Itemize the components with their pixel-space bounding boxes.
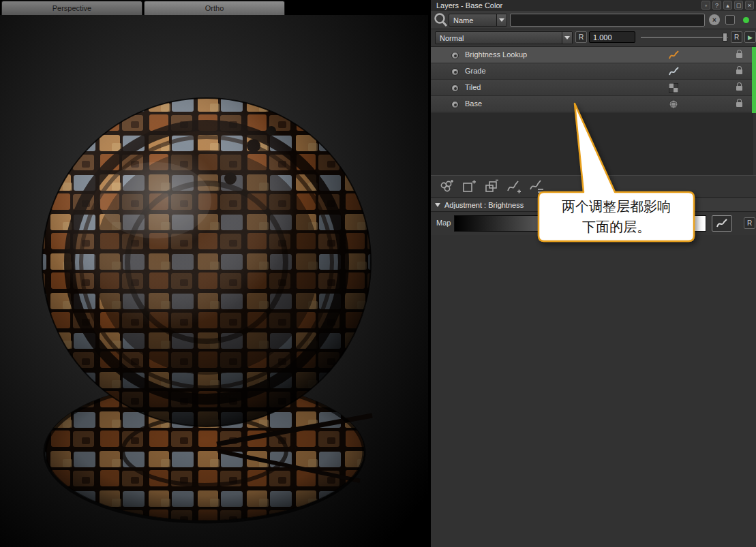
tab-perspective[interactable]: Perspective bbox=[1, 1, 142, 15]
chevron-down-icon bbox=[562, 32, 572, 44]
checker-thumbnail-icon bbox=[668, 82, 679, 93]
search-icon bbox=[433, 12, 449, 28]
add-layer-icon[interactable] bbox=[460, 178, 478, 196]
filter-field-label: Name bbox=[449, 16, 496, 25]
layer-name: Tiled bbox=[465, 83, 481, 91]
adjustment-section-header[interactable]: Adjustment : Brightness bbox=[431, 198, 756, 212]
apply-button[interactable]: ▶ bbox=[744, 31, 756, 43]
panel-empty-area bbox=[431, 235, 756, 547]
visibility-eye-icon[interactable] bbox=[451, 68, 459, 76]
visibility-eye-icon[interactable] bbox=[451, 101, 459, 108]
layer-name: Base bbox=[465, 99, 482, 108]
blend-amount-slider[interactable] bbox=[641, 31, 728, 43]
panel-titlebar: Layers - Base Color ▫ ? ▴ ◻ × bbox=[431, 0, 756, 11]
blend-mode-combo[interactable]: Normal bbox=[435, 31, 573, 44]
sphere-thumbnail-icon bbox=[668, 99, 679, 110]
curve-adjustment-icon bbox=[668, 66, 679, 77]
map-gradient-bar[interactable] bbox=[454, 215, 706, 232]
layer-row-grade[interactable]: Grade bbox=[431, 63, 756, 80]
add-filter-layer-icon[interactable] bbox=[528, 178, 545, 196]
lock-icon[interactable] bbox=[736, 53, 742, 58]
blend-amount-field[interactable]: 1.000 bbox=[589, 31, 635, 43]
shader-ball bbox=[42, 98, 371, 426]
lock-icon[interactable] bbox=[736, 102, 742, 107]
viewport-tabbar: Perspective Ortho bbox=[0, 0, 428, 15]
selected-layers-indicator bbox=[752, 47, 756, 113]
adjustment-title: Adjustment : Brightness bbox=[444, 201, 524, 209]
search-row: Name × bbox=[431, 11, 756, 29]
layers-toolbar bbox=[431, 175, 756, 198]
layer-list: Brightness Lookup Grade Tiled bbox=[431, 47, 756, 112]
pin-icon[interactable]: ▫ bbox=[701, 1, 710, 10]
lock-icon[interactable] bbox=[736, 69, 742, 74]
reset-amount-button[interactable]: R bbox=[731, 31, 742, 43]
slider-groove bbox=[641, 37, 728, 38]
chevron-down-icon bbox=[496, 14, 506, 26]
close-icon[interactable]: × bbox=[745, 1, 754, 10]
panel-title: Layers - Base Color bbox=[436, 1, 502, 10]
tab-ortho[interactable]: Ortho bbox=[144, 1, 285, 15]
lock-icon[interactable] bbox=[736, 86, 742, 91]
collapse-triangle-icon[interactable] bbox=[435, 203, 440, 207]
layer-name: Brightness Lookup bbox=[465, 50, 527, 59]
map-label: Map bbox=[436, 219, 451, 227]
layer-row-base[interactable]: Base bbox=[431, 96, 756, 112]
edit-curve-button[interactable] bbox=[712, 215, 732, 232]
add-curve-layer-icon[interactable] bbox=[505, 178, 523, 196]
clear-filter-icon[interactable]: × bbox=[709, 14, 720, 25]
visibility-eye-icon[interactable] bbox=[451, 84, 459, 92]
blend-mode-value: Normal bbox=[436, 34, 562, 42]
adjustment-map-row: Map R bbox=[431, 213, 756, 235]
layers-panel: Layers - Base Color ▫ ? ▴ ◻ × Name × Nor… bbox=[429, 0, 756, 547]
filter-option-button[interactable] bbox=[725, 15, 735, 25]
filter-field-combo[interactable]: Name bbox=[449, 14, 507, 27]
reset-blend-button[interactable]: R bbox=[575, 31, 587, 43]
slider-handle[interactable] bbox=[723, 33, 727, 42]
add-adjustment-icon[interactable] bbox=[438, 178, 455, 196]
shader-ball-canvas[interactable] bbox=[0, 15, 428, 547]
layer-list-empty-area[interactable] bbox=[431, 113, 753, 175]
collapse-icon[interactable]: ▴ bbox=[723, 1, 732, 10]
viewport-3d[interactable]: Perspective Ortho bbox=[0, 0, 428, 547]
visibility-eye-icon[interactable] bbox=[451, 52, 459, 59]
blend-row: Normal R 1.000 R ▶ bbox=[431, 29, 756, 47]
layer-filter-input[interactable] bbox=[510, 14, 705, 27]
curve-adjustment-icon bbox=[668, 50, 679, 61]
layer-row-tiled[interactable]: Tiled bbox=[431, 80, 756, 96]
layer-row-brightness-lookup[interactable]: Brightness Lookup bbox=[431, 47, 756, 63]
help-icon[interactable]: ? bbox=[712, 1, 721, 10]
status-indicator bbox=[743, 17, 749, 23]
float-icon[interactable]: ◻ bbox=[734, 1, 743, 10]
duplicate-layer-icon[interactable] bbox=[483, 178, 500, 196]
reset-map-button[interactable]: R bbox=[744, 217, 755, 229]
layer-name: Grade bbox=[465, 67, 486, 75]
